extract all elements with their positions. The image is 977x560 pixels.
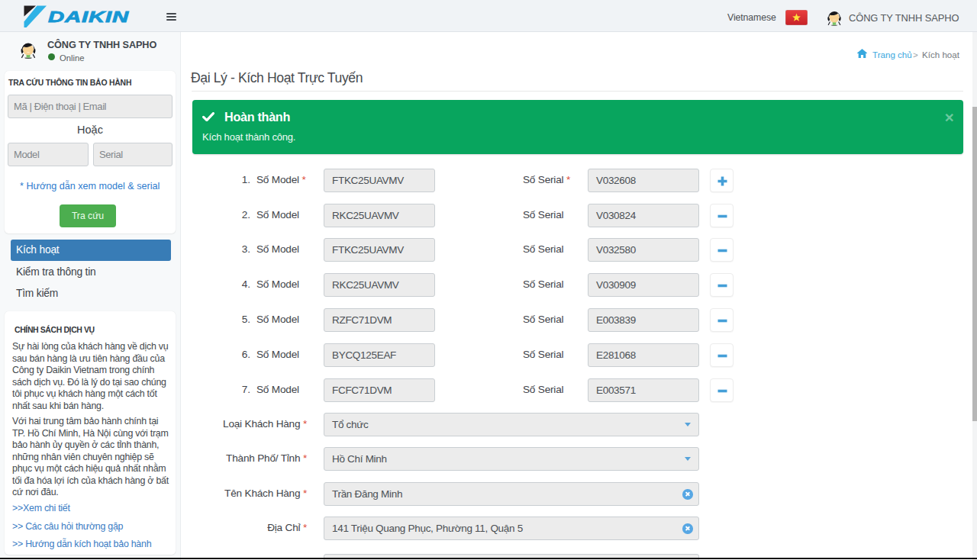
svg-text:DAIKIN: DAIKIN: [48, 8, 129, 26]
